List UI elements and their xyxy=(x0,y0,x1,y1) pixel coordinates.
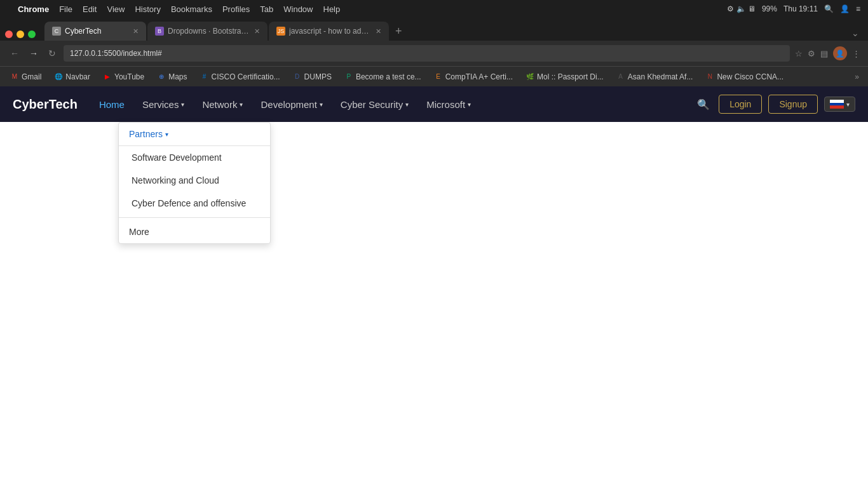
bookmark-cisco-label: CISCO Certificatio... xyxy=(212,72,280,81)
bookmark-asan[interactable]: A Asan Khedmat Af... xyxy=(611,71,698,83)
cyber-security-arrow: ▾ xyxy=(405,101,409,108)
language-selector[interactable]: ▾ xyxy=(824,97,855,112)
menu-history[interactable]: History xyxy=(135,4,160,14)
extensions-icon[interactable]: ⚙ xyxy=(808,49,815,58)
sidebar-icon[interactable]: ▤ xyxy=(820,49,828,58)
tab-js-close[interactable]: ✕ xyxy=(376,27,381,36)
russian-flag-icon xyxy=(830,100,844,109)
tab-bootstrap[interactable]: B Dropdowns · Bootstrap v5.0 ✕ xyxy=(147,22,268,41)
tab-cybertech-favicon: C xyxy=(52,27,61,36)
dropdown-divider-2 xyxy=(119,217,270,218)
bookmark-cisco[interactable]: # CISCO Certificatio... xyxy=(195,71,285,83)
bookmark-comptia[interactable]: E CompTIA A+ Certi... xyxy=(429,71,518,83)
svg-rect-0 xyxy=(830,100,844,103)
bookmark-new-cisco[interactable]: N New Cisco CCNA... xyxy=(700,71,789,83)
bookmark-dumps-label: DUMPS xyxy=(304,72,332,81)
bookmark-dumps[interactable]: D DUMPS xyxy=(288,71,337,83)
forward-button[interactable]: → xyxy=(27,47,41,60)
nav-microsoft[interactable]: Microsoft ▾ xyxy=(417,86,480,122)
tab-bootstrap-label: Dropdowns · Bootstrap v5.0 xyxy=(168,27,250,36)
nav-home[interactable]: Home xyxy=(90,86,133,122)
new-tab-button[interactable]: + xyxy=(390,25,407,38)
mol-favicon: 🌿 xyxy=(526,72,534,81)
bookmark-mol-label: Mol :: Passport Di... xyxy=(537,72,604,81)
bookmark-youtube-label: YouTube xyxy=(114,72,144,81)
dropdown-software-development[interactable]: Software Development xyxy=(119,146,270,169)
tab-js-favicon: JS xyxy=(276,27,285,36)
tab-js-label: javascript - how to add a sub m... xyxy=(289,27,372,36)
signup-button[interactable]: Signup xyxy=(768,95,818,114)
bookmark-become[interactable]: P Become a test ce... xyxy=(339,71,426,83)
youtube-favicon: ▶ xyxy=(103,72,112,81)
dropdown-networking-cloud[interactable]: Networking and Cloud xyxy=(119,169,270,192)
menu-edit[interactable]: Edit xyxy=(83,4,97,14)
bookmarks-bar: M Gmail 🌐 Navbar ▶ YouTube ⊕ Maps # CISC… xyxy=(0,66,868,86)
user-avatar[interactable]: 👤 xyxy=(840,4,850,13)
tab-cybertech-label: CyberTech xyxy=(65,27,101,36)
dumps-favicon: D xyxy=(293,72,302,81)
bookmark-navbar[interactable]: 🌐 Navbar xyxy=(49,71,95,83)
menu-chrome[interactable]: Chrome xyxy=(18,4,49,14)
bookmark-maps[interactable]: ⊕ Maps xyxy=(152,71,192,83)
asan-favicon: A xyxy=(616,72,625,81)
tab-cybertech[interactable]: C CyberTech ✕ xyxy=(44,22,146,41)
menu-extra-icon[interactable]: ≡ xyxy=(856,4,860,13)
partners-arrow: ▾ xyxy=(165,131,168,138)
navbar-right: 🔍 Login Signup ▾ xyxy=(695,95,855,114)
website-content: CyberTech Home Services ▾ Network ▾ Deve… xyxy=(0,86,868,484)
menu-tab[interactable]: Tab xyxy=(260,4,273,14)
development-arrow: ▾ xyxy=(320,101,323,108)
dropdown-more[interactable]: More xyxy=(119,220,270,243)
address-input[interactable] xyxy=(64,45,790,62)
window-close-btn[interactable] xyxy=(5,30,13,38)
macos-menu-right: ⚙ 🔈 🖥 99% Thu 19:11 🔍 👤 ≡ xyxy=(727,4,860,13)
tab-list-button[interactable]: ⌄ xyxy=(848,28,863,38)
clock: Thu 19:11 xyxy=(783,4,818,13)
maps-favicon: ⊕ xyxy=(157,72,166,81)
menu-file[interactable]: File xyxy=(59,4,72,14)
services-arrow: ▾ xyxy=(181,101,184,108)
window-minimize-btn[interactable] xyxy=(17,30,24,38)
tab-bar: C CyberTech ✕ B Dropdowns · Bootstrap v5… xyxy=(0,18,868,41)
menu-view[interactable]: View xyxy=(107,4,125,14)
menu-profiles[interactable]: Profiles xyxy=(222,4,250,14)
nav-links: Home Services ▾ Network ▾ Development ▾ … xyxy=(90,86,695,122)
refresh-button[interactable]: ↻ xyxy=(46,47,58,60)
menu-help[interactable]: Help xyxy=(323,4,341,14)
profile-icon[interactable]: 👤 xyxy=(833,46,847,60)
menu-bookmarks[interactable]: Bookmarks xyxy=(171,4,212,14)
nav-development[interactable]: Development ▾ xyxy=(252,86,331,122)
macos-menu-bar: Chrome File Edit View History Bookmarks … xyxy=(0,0,868,18)
network-arrow: ▾ xyxy=(240,101,243,108)
nav-cyber-security[interactable]: Cyber Security ▾ xyxy=(332,86,417,122)
navbar-favicon: 🌐 xyxy=(54,72,63,81)
status-icons: ⚙ 🔈 🖥 xyxy=(727,4,756,13)
bookmarks-more-button[interactable]: » xyxy=(851,71,863,83)
search-status-icon[interactable]: 🔍 xyxy=(824,4,834,13)
window-maximize-btn[interactable] xyxy=(28,30,36,38)
bookmark-youtube[interactable]: ▶ YouTube xyxy=(98,71,149,83)
tab-js[interactable]: JS javascript - how to add a sub m... ✕ xyxy=(269,22,389,41)
battery-status: 99% xyxy=(762,4,777,13)
login-button[interactable]: Login xyxy=(719,95,762,114)
dropdown-cyber-defence[interactable]: Cyber Defence and offensive xyxy=(119,192,270,215)
bookmark-mol[interactable]: 🌿 Mol :: Passport Di... xyxy=(520,71,609,83)
search-button[interactable]: 🔍 xyxy=(695,96,712,113)
bookmark-star-icon[interactable]: ☆ xyxy=(795,49,803,58)
tab-bootstrap-close[interactable]: ✕ xyxy=(254,27,260,36)
nav-network[interactable]: Network ▾ xyxy=(193,86,252,122)
tab-bootstrap-favicon: B xyxy=(155,27,164,36)
gmail-favicon: M xyxy=(10,72,19,81)
menu-window[interactable]: Window xyxy=(283,4,313,14)
become-favicon: P xyxy=(344,72,353,81)
bookmark-become-label: Become a test ce... xyxy=(356,72,421,81)
nav-services[interactable]: Services ▾ xyxy=(133,86,194,122)
browser-menu-icon[interactable]: ⋮ xyxy=(852,49,860,58)
svg-rect-2 xyxy=(830,105,844,109)
browser-chrome: C CyberTech ✕ B Dropdowns · Bootstrap v5… xyxy=(0,18,868,86)
navbar-brand[interactable]: CyberTech xyxy=(13,97,78,112)
tab-cybertech-close[interactable]: ✕ xyxy=(133,27,139,36)
back-button[interactable]: ← xyxy=(8,47,22,60)
dropdown-partners[interactable]: Partners ▾ xyxy=(119,123,270,145)
bookmark-gmail[interactable]: M Gmail xyxy=(5,71,46,83)
